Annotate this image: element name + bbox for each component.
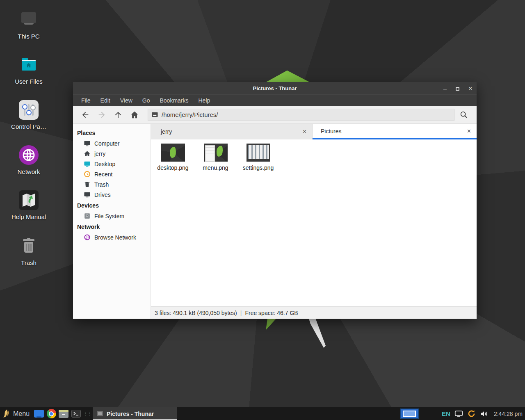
monitor-icon	[84, 140, 91, 147]
window-thumbnail-icon	[97, 411, 103, 416]
tab-close-icon[interactable]: ×	[303, 128, 306, 135]
blue-window-icon	[34, 410, 44, 418]
volume-icon[interactable]	[480, 410, 488, 418]
desktop-icon-label: Trash	[7, 259, 50, 266]
minimize-button[interactable]: –	[443, 85, 447, 91]
menu-bar: File Edit View Go Bookmarks Help	[73, 94, 477, 106]
close-button[interactable]: ×	[468, 85, 472, 92]
sidebar-item-computer[interactable]: Computer	[73, 138, 151, 148]
chrome-icon	[47, 409, 56, 418]
taskbar-window-button[interactable]: Pictures - Thunar	[93, 407, 177, 420]
window-title: Pictures - Thunar	[73, 85, 477, 91]
launcher-show-desktop[interactable]	[33, 407, 45, 420]
image-thumbnail	[204, 144, 228, 162]
workspace-switcher[interactable]	[400, 409, 419, 419]
image-icon	[151, 111, 158, 118]
desktop-icon-label: Network	[7, 168, 50, 175]
desktop-icon-control-panel[interactable]: Control Pa…	[7, 100, 50, 130]
home-icon	[84, 150, 91, 157]
launcher-file-manager[interactable]	[57, 407, 70, 420]
launcher-terminal[interactable]	[70, 407, 82, 420]
status-bar: 3 files: 490.1 kB (490,050 bytes) | Free…	[151, 306, 477, 319]
panel-grip-handle[interactable]: ⋮⋮	[82, 411, 93, 416]
tab-bar: jerry × Pictures ×	[151, 124, 477, 139]
thunar-window: Pictures - Thunar – × File Edit View Go …	[73, 82, 477, 319]
trash-icon	[84, 181, 91, 188]
sidebar-item-recent[interactable]: Recent	[73, 169, 151, 179]
search-button[interactable]	[456, 108, 472, 122]
sidebar-item-drives[interactable]: Drives	[73, 189, 151, 200]
manual-map-icon	[19, 190, 39, 210]
menu-help[interactable]: Help	[194, 96, 215, 105]
desktop-icon-user-files[interactable]: User Files	[7, 55, 50, 85]
start-menu-button[interactable]: Menu	[0, 407, 33, 420]
launcher-chrome[interactable]	[45, 407, 57, 420]
up-button[interactable]	[111, 108, 126, 121]
desktop-icon-label: This PC	[7, 33, 50, 40]
sidebar-item-label: Browse Network	[94, 234, 136, 241]
file-list-view[interactable]: desktop.png menu.png settings.png	[151, 139, 477, 306]
image-thumbnail	[247, 144, 270, 162]
menu-file[interactable]: File	[77, 96, 95, 105]
back-button[interactable]	[78, 108, 93, 121]
status-free-space: Free space: 46.7 GB	[245, 310, 298, 316]
wallpaper-green-sliver	[265, 318, 276, 331]
sidebar-item-browse-network[interactable]: Browse Network	[73, 232, 151, 242]
terminal-icon	[71, 410, 81, 418]
desktop-icon-this-pc[interactable]: This PC	[7, 10, 50, 40]
path-text: /home/jerry/Pictures/	[162, 111, 218, 118]
sidebar-item-label: Computer	[94, 140, 119, 147]
maximize-icon	[456, 87, 459, 91]
desktop-icon-network[interactable]: Network	[7, 145, 50, 175]
path-bar[interactable]: /home/jerry/Pictures/	[148, 109, 454, 121]
computer-icon	[19, 10, 39, 30]
sidebar-item-trash[interactable]: Trash	[73, 179, 151, 189]
search-icon	[459, 110, 468, 119]
forward-button[interactable]	[94, 108, 109, 121]
tab-close-icon[interactable]: ×	[467, 128, 471, 135]
file-cabinet-icon	[59, 410, 68, 418]
active-workspace[interactable]	[403, 411, 416, 417]
file-menu-png[interactable]: menu.png	[196, 144, 235, 171]
menu-bookmarks[interactable]: Bookmarks	[155, 96, 192, 105]
sidebar-item-label: Desktop	[94, 161, 115, 167]
status-separator: |	[240, 310, 242, 316]
home-folder-icon	[19, 55, 39, 75]
trash-icon	[19, 236, 39, 256]
sliders-icon	[19, 100, 39, 120]
home-button[interactable]	[127, 108, 142, 121]
file-name: settings.png	[243, 164, 274, 171]
wallpaper-green-arrow	[262, 70, 312, 82]
sidebar-item-home[interactable]: jerry	[73, 148, 151, 159]
tab-pictures[interactable]: Pictures ×	[313, 124, 477, 139]
image-thumbnail	[161, 144, 185, 162]
sidebar-item-desktop[interactable]: Desktop	[73, 159, 151, 169]
tab-label: jerry	[161, 128, 172, 135]
desktop-icon-trash[interactable]: Trash	[7, 236, 50, 266]
menu-edit[interactable]: Edit	[96, 96, 114, 105]
sidebar-item-label: Drives	[94, 192, 111, 198]
display-tray-icon[interactable]	[454, 410, 463, 418]
window-titlebar[interactable]: Pictures - Thunar – ×	[73, 82, 477, 94]
keyboard-layout-indicator[interactable]: EN	[442, 410, 450, 417]
drives-icon	[84, 191, 91, 198]
update-manager-icon[interactable]	[467, 409, 476, 418]
menu-view[interactable]: View	[116, 96, 137, 105]
desktop-icon-help-manual[interactable]: Help Manual	[7, 190, 50, 220]
desktop-monitor-icon	[84, 160, 91, 167]
file-desktop-png[interactable]: desktop.png	[153, 144, 192, 171]
start-menu-label: Menu	[13, 410, 30, 418]
maximize-button[interactable]	[456, 85, 459, 91]
clock-icon	[84, 171, 91, 178]
tab-jerry[interactable]: jerry ×	[151, 124, 313, 139]
wallpaper-white-quill	[307, 318, 326, 348]
desktop-icon-label: Control Pa…	[7, 123, 50, 130]
tab-label: Pictures	[321, 128, 342, 135]
file-settings-png[interactable]: settings.png	[239, 144, 278, 171]
sidebar-item-label: Recent	[94, 171, 112, 178]
menu-go[interactable]: Go	[138, 96, 154, 105]
clock[interactable]: 2:44:28 pm	[492, 411, 523, 417]
sidebar-item-file-system[interactable]: File System	[73, 211, 151, 221]
desktop-icon-label: Help Manual	[7, 213, 50, 220]
sidebar-item-label: File System	[94, 213, 124, 219]
